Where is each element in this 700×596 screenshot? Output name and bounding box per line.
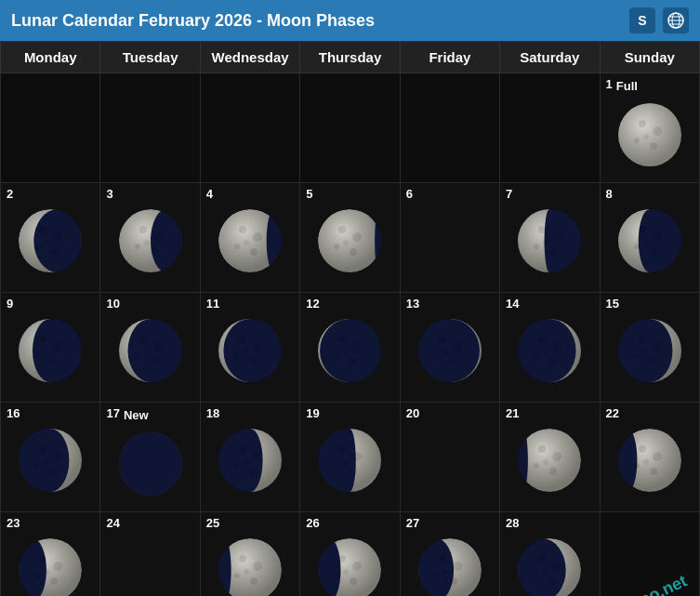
moon-phase-waning-crescent-xs (203, 312, 297, 389)
svg-point-191 (618, 429, 681, 492)
svg-point-80 (19, 319, 82, 382)
svg-point-93 (151, 358, 158, 365)
svg-point-126 (538, 336, 546, 343)
calendar-cell-18: 18 (200, 403, 299, 512)
svg-point-118 (453, 342, 462, 351)
svg-point-159 (244, 459, 249, 465)
svg-point-184 (534, 463, 539, 469)
calendar-cell-26: 26 (300, 512, 400, 597)
svg-point-92 (135, 353, 140, 359)
calendar-cell-empty-0 (1, 73, 100, 183)
svg-point-138 (650, 358, 657, 365)
calendar-week-2: 2 3 (1, 183, 700, 293)
cell-day-number: 28 (506, 516, 519, 530)
svg-point-148 (44, 459, 49, 465)
svg-rect-51 (418, 209, 450, 272)
svg-point-82 (53, 342, 62, 351)
svg-point-211 (153, 562, 163, 571)
svg-point-29 (151, 248, 158, 256)
cell-day-number: 1 (606, 77, 613, 95)
cell-day-number: 26 (306, 516, 319, 530)
svg-point-209 (119, 538, 182, 596)
svg-point-63 (538, 226, 546, 233)
cell-phase-label: Full (616, 77, 638, 95)
cell-day-number: 6 (406, 187, 413, 201)
svg-point-99 (239, 336, 246, 343)
svg-point-83 (34, 353, 40, 359)
globe-icon[interactable] (663, 7, 689, 33)
moon-phase-third-quarter (403, 203, 497, 279)
calendar-cell-21: 21 (500, 403, 600, 512)
day-header-tuesday: Tuesday (100, 42, 200, 73)
svg-point-233 (350, 577, 357, 585)
cell-day-number: 2 (7, 187, 13, 201)
svg-point-172 (439, 445, 446, 453)
moon-phase-first-quarter-plus (502, 422, 597, 498)
svg-point-17 (53, 232, 62, 242)
svg-point-241 (453, 562, 462, 571)
svg-point-19 (50, 248, 58, 256)
svg-point-109 (352, 342, 362, 351)
svg-point-62 (518, 209, 581, 272)
svg-point-143 (19, 429, 82, 492)
s-icon[interactable]: S (629, 7, 655, 33)
svg-point-155 (239, 445, 246, 453)
svg-point-36 (239, 226, 246, 233)
svg-point-182 (538, 445, 546, 453)
svg-point-16 (39, 226, 46, 233)
svg-point-73 (653, 232, 662, 242)
svg-point-251 (552, 562, 561, 571)
svg-point-170 (418, 429, 482, 492)
svg-point-219 (218, 538, 282, 596)
cell-day-number: 11 (206, 297, 219, 311)
day-header-monday: Monday (1, 42, 100, 73)
moon-phase-waning-crescent-med (3, 312, 98, 389)
svg-point-67 (543, 240, 548, 245)
moon-phase-waxing-crescent-xs (502, 312, 597, 389)
cell-day-number: 23 (7, 516, 20, 530)
moon-phase-waxing-gibbous-lg (102, 532, 197, 596)
cell-day-number: 22 (606, 406, 619, 420)
svg-point-128 (534, 353, 539, 359)
svg-point-116 (418, 319, 482, 382)
svg-point-50 (343, 240, 349, 245)
svg-point-6 (639, 120, 646, 127)
svg-point-163 (318, 429, 381, 492)
svg-point-46 (338, 226, 346, 233)
moon-phase-waxing-gibbous-full (502, 532, 597, 596)
calendar-cell-24: 24 (100, 512, 200, 597)
svg-point-220 (239, 555, 246, 563)
svg-point-136 (653, 342, 662, 351)
svg-point-147 (50, 468, 58, 475)
svg-point-156 (253, 452, 262, 461)
svg-point-103 (244, 350, 249, 355)
day-header-friday: Friday (400, 42, 499, 73)
svg-point-250 (538, 555, 546, 563)
svg-point-230 (338, 555, 346, 563)
calendar-table: MondayTuesdayWednesdayThursdayFridaySatu… (0, 41, 700, 596)
svg-point-75 (650, 248, 657, 256)
svg-point-193 (653, 452, 662, 461)
calendar-cell-15: 15 (600, 293, 699, 403)
calendar-cell-2: 2 (1, 183, 100, 293)
calendar-header: Lunar Calendar February 2026 - Moon Phas… (0, 0, 700, 41)
svg-point-18 (34, 244, 40, 249)
svg-point-242 (434, 573, 440, 578)
moon-phase-full (602, 97, 697, 173)
svg-point-5 (618, 103, 681, 166)
svg-point-254 (543, 569, 548, 575)
svg-point-185 (549, 468, 557, 475)
svg-point-164 (338, 445, 346, 453)
calendar-cell-8: 8 (600, 183, 699, 293)
calendar-title: Lunar Calendar February 2026 - Moon Phas… (11, 11, 375, 31)
svg-point-213 (151, 577, 158, 585)
calendar-cell-4: 4 (200, 183, 299, 293)
calendar-cell-20: 20 (400, 403, 499, 512)
svg-point-231 (352, 562, 362, 571)
svg-point-38 (234, 244, 240, 249)
svg-point-98 (218, 319, 282, 382)
svg-point-120 (450, 358, 457, 365)
svg-point-174 (434, 463, 440, 469)
calendar-cell-3: 3 (100, 183, 200, 293)
svg-point-205 (50, 577, 58, 585)
